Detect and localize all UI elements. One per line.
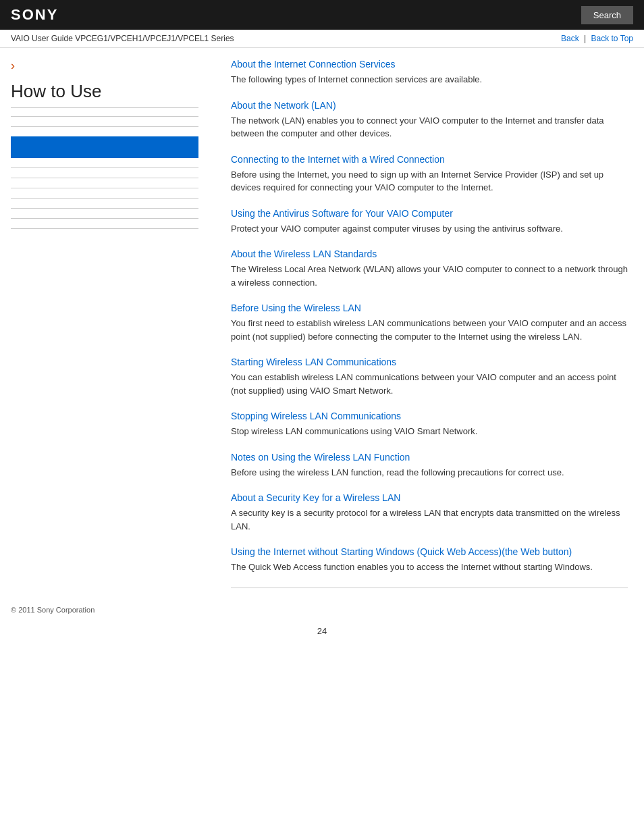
search-button[interactable]: Search (581, 6, 633, 24)
sidebar-line-4 (11, 188, 198, 188)
section-body-starting-wireless: You can establish wireless LAN communica… (231, 371, 628, 397)
content-footer-divider (231, 588, 628, 588)
section-stopping-wireless: Stopping Wireless LAN Communications Sto… (231, 411, 628, 438)
section-title-wired-connection[interactable]: Connecting to the Internet with a Wired … (231, 154, 628, 165)
sidebar-divider-1 (11, 116, 198, 117)
section-title-starting-wireless[interactable]: Starting Wireless LAN Communications (231, 357, 628, 367)
copyright: © 2011 Sony Corporation (11, 606, 633, 619)
section-title-notes-wireless[interactable]: Notes on Using the Wireless LAN Function (231, 452, 628, 463)
section-wired-connection: Connecting to the Internet with a Wired … (231, 154, 628, 194)
separator: | (584, 34, 586, 43)
header: SONY Search (0, 0, 644, 30)
section-title-antivirus[interactable]: Using the Antivirus Software for Your VA… (231, 208, 628, 219)
section-title-stopping-wireless[interactable]: Stopping Wireless LAN Communications (231, 411, 628, 421)
sidebar-line-2 (11, 167, 198, 168)
section-title-network-lan[interactable]: About the Network (LAN) (231, 100, 628, 111)
section-internet-connection: About the Internet Connection Services T… (231, 59, 628, 86)
section-before-wireless: Before Using the Wireless LAN You first … (231, 303, 628, 343)
section-body-internet-connection: The following types of Internet connecti… (231, 73, 628, 86)
subheader: VAIO User Guide VPCEG1/VPCEH1/VPCEJ1/VPC… (0, 30, 644, 48)
section-starting-wireless: Starting Wireless LAN Communications You… (231, 357, 628, 397)
sidebar-arrow: › (11, 59, 198, 73)
sony-logo: SONY (11, 6, 58, 24)
section-wireless-standards: About the Wireless LAN Standards The Wir… (231, 249, 628, 289)
section-antivirus: Using the Antivirus Software for Your VA… (231, 208, 628, 236)
main-container: › How to Use About the Internet Connecti… (0, 48, 644, 606)
sidebar-line-6 (11, 208, 198, 209)
nav-links: Back | Back to Top (561, 34, 633, 43)
section-body-before-wireless: You first need to establish wireless LAN… (231, 317, 628, 343)
section-body-quick-web-access: The Quick Web Access function enables yo… (231, 561, 628, 574)
content-area: About the Internet Connection Services T… (209, 48, 644, 606)
section-title-quick-web-access[interactable]: Using the Internet without Starting Wind… (231, 546, 628, 557)
section-body-antivirus: Protect your VAIO computer against compu… (231, 222, 628, 236)
section-title-security-key[interactable]: About a Security Key for a Wireless LAN (231, 492, 628, 503)
section-title-before-wireless[interactable]: Before Using the Wireless LAN (231, 303, 628, 313)
sidebar-line-5 (11, 198, 198, 199)
section-title-internet-connection[interactable]: About the Internet Connection Services (231, 59, 628, 70)
breadcrumb: VAIO User Guide VPCEG1/VPCEH1/VPCEJ1/VPC… (11, 34, 234, 43)
section-body-wired-connection: Before using the Internet, you need to s… (231, 168, 628, 194)
section-notes-wireless: Notes on Using the Wireless LAN Function… (231, 452, 628, 479)
sidebar-title: How to Use (11, 81, 198, 108)
sidebar-line-7 (11, 218, 198, 219)
sidebar: › How to Use (0, 48, 209, 606)
page-number: 24 (0, 619, 644, 650)
section-body-wireless-standards: The Wireless Local Area Network (WLAN) a… (231, 263, 628, 289)
sidebar-active-item[interactable] (11, 136, 198, 158)
section-network-lan: About the Network (LAN) The network (LAN… (231, 100, 628, 140)
sidebar-line-1 (11, 126, 198, 127)
section-body-network-lan: The network (LAN) enables you to connect… (231, 114, 628, 140)
section-body-security-key: A security key is a security protocol fo… (231, 506, 628, 533)
back-link[interactable]: Back (561, 34, 579, 43)
section-body-notes-wireless: Before using the wireless LAN function, … (231, 466, 628, 479)
section-title-wireless-standards[interactable]: About the Wireless LAN Standards (231, 249, 628, 259)
section-quick-web-access: Using the Internet without Starting Wind… (231, 546, 628, 574)
footer: © 2011 Sony Corporation (0, 606, 644, 619)
section-security-key: About a Security Key for a Wireless LAN … (231, 492, 628, 533)
sidebar-line-8 (11, 228, 198, 229)
back-to-top-link[interactable]: Back to Top (591, 34, 633, 43)
section-body-stopping-wireless: Stop wireless LAN communications using V… (231, 425, 628, 438)
sidebar-line-3 (11, 178, 198, 178)
